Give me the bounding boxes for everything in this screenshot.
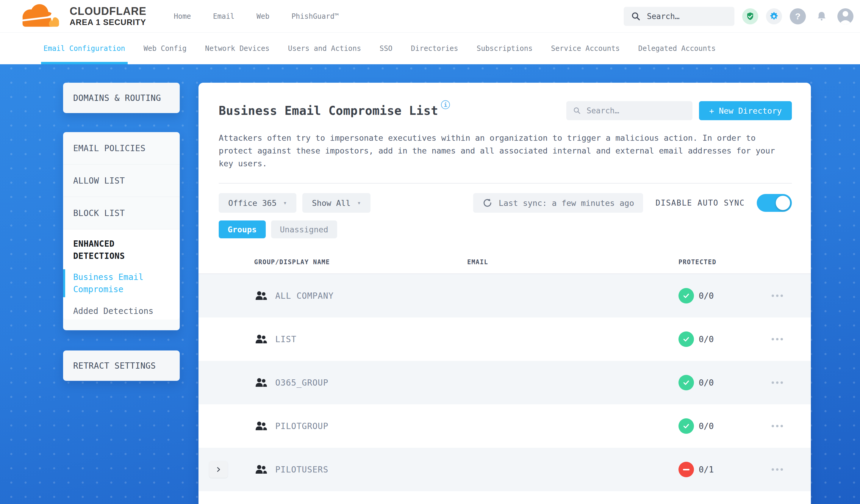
sidebar-item-email-policies[interactable]: EMAIL POLICIES [63,132,180,164]
security-status-button[interactable] [742,8,758,24]
protected-ok-icon [678,331,694,347]
group-people-icon [255,377,267,388]
nav-email[interactable]: Email [213,12,234,20]
tab-email-configuration[interactable]: Email Configuration [43,33,125,64]
refresh-icon [482,198,493,208]
protected-ok-icon [678,288,694,303]
row-menu-button[interactable] [769,465,786,474]
new-directory-button[interactable]: + New Directory [699,101,792,120]
group-name: PILOTUSERS [275,465,329,475]
protected-blocked-icon [678,462,694,477]
search-icon [573,106,581,115]
tab-delegated-accounts[interactable]: Delegated Accounts [638,33,716,64]
tab-subscriptions[interactable]: Subscriptions [477,33,533,64]
column-email: EMAIL [455,259,662,266]
tab-unassigned[interactable]: Unassigned [271,220,338,238]
row-menu-button[interactable] [769,422,786,430]
nav-phishguard[interactable]: PhishGuard™ [291,12,339,20]
shield-check-icon [745,12,755,21]
main-panel: Business Email Compromise Listi + New Di… [199,83,811,504]
top-header: CLOUDFLARE AREA 1 SECURITY Home Email We… [0,0,860,33]
tab-network-devices[interactable]: Network Devices [205,33,270,64]
column-group-display-name: GROUP/DISPLAY NAME [237,259,455,266]
info-icon[interactable]: i [441,100,450,109]
question-icon: ? [795,11,801,21]
chevron-down-icon: ▾ [283,199,287,206]
protected-count: 0/0 [699,291,714,301]
brand-logo[interactable]: CLOUDFLARE AREA 1 SECURITY [17,3,146,30]
table-row[interactable]: LIST 0/0 [199,317,811,361]
sidebar: DOMAINS & ROUTING EMAIL POLICIES ALLOW L… [63,83,180,381]
page-background: DOMAINS & ROUTING EMAIL POLICIES ALLOW L… [0,64,860,504]
cloudflare-cloud-icon [17,3,64,30]
bell-icon [816,11,828,22]
search-icon [631,11,641,21]
tab-groups[interactable]: Groups [219,220,266,238]
protected-count: 0/0 [699,421,714,431]
global-search[interactable] [624,7,734,26]
gear-icon [769,11,779,21]
sidebar-policies-card: EMAIL POLICIES ALLOW LIST BLOCK LIST ENH… [63,132,180,330]
group-name: ALL COMPANY [275,291,333,301]
auto-sync-label: DISABLE AUTO SYNC [656,199,745,207]
list-search[interactable] [566,101,692,120]
list-controls: Office 365 ▾ Show All ▾ Last sync: a few… [219,193,792,213]
brand-name: CLOUDFLARE [70,5,146,17]
row-menu-button[interactable] [769,335,786,343]
group-name: PILOTGROUP [275,421,329,431]
panel-header: Business Email Compromise Listi + New Di… [199,83,811,120]
group-tabs: Groups Unassigned [219,220,792,238]
header-actions: ? [624,7,854,26]
group-people-icon [255,334,267,344]
expand-row-button[interactable] [209,461,228,478]
tab-service-accounts[interactable]: Service Accounts [551,33,620,64]
group-people-icon [255,464,267,475]
table-row[interactable]: PILOTUSERS 0/1 [199,448,811,491]
page-description: Attackers often try to impersonate execu… [219,131,786,170]
tab-web-config[interactable]: Web Config [144,33,187,64]
row-menu-button[interactable] [769,291,786,300]
directory-select[interactable]: Office 365 ▾ [219,193,296,213]
toggle-knob [776,196,790,210]
table-row[interactable]: O365_GROUP 0/0 [199,361,811,404]
section-divider [219,183,792,184]
directory-select-value: Office 365 [228,199,277,208]
settings-button[interactable] [766,8,782,24]
column-protected: PROTECTED [662,259,763,266]
auto-sync-toggle[interactable] [757,194,792,212]
protected-count: 0/0 [699,334,714,344]
row-menu-button[interactable] [769,378,786,387]
configuration-tabs: Email Configuration Web Config Network D… [0,33,860,64]
tab-users-and-actions[interactable]: Users and Actions [288,33,361,64]
tab-sso[interactable]: SSO [379,33,392,64]
table-row[interactable]: ALL COMPANY 0/0 [199,274,811,317]
notifications-button[interactable] [814,8,830,24]
page-title: Business Email Compromise Listi [219,104,450,117]
last-sync-button[interactable]: Last sync: a few minutes ago [473,193,643,213]
help-button[interactable]: ? [790,8,806,24]
group-people-icon [255,291,267,301]
table-row[interactable]: PILOTGROUP 0/0 [199,404,811,448]
brand-subname: AREA 1 SECURITY [70,17,146,27]
protected-ok-icon [678,418,694,434]
tab-directories[interactable]: Directories [411,33,458,64]
protected-ok-icon [678,375,694,390]
sidebar-item-business-email-compromise[interactable]: Business Email Compromise [63,271,158,296]
table-header: GROUP/DISPLAY NAME EMAIL PROTECTED [199,251,811,274]
global-search-input[interactable] [647,12,727,21]
nav-web[interactable]: Web [257,12,269,20]
nav-home[interactable]: Home [174,12,191,20]
sidebar-item-domains-routing[interactable]: DOMAINS & ROUTING [63,83,180,113]
sidebar-item-added-detections[interactable]: Added Detections [63,305,180,319]
list-search-input[interactable] [587,106,686,115]
sidebar-item-retract-settings[interactable]: RETRACT SETTINGS [63,350,180,381]
protected-count: 0/1 [699,465,714,475]
sidebar-item-allow-list[interactable]: ALLOW LIST [63,164,180,197]
groups-table: GROUP/DISPLAY NAME EMAIL PROTECTED ALL C… [199,251,811,491]
account-button[interactable] [837,8,854,24]
sidebar-item-enhanced-detections[interactable]: ENHANCED DETECTIONS [63,238,152,262]
chevron-down-icon: ▾ [357,199,361,206]
sidebar-item-block-list[interactable]: BLOCK LIST [63,197,180,229]
show-filter-select[interactable]: Show All ▾ [302,193,371,213]
brand-text: CLOUDFLARE AREA 1 SECURITY [70,5,146,27]
